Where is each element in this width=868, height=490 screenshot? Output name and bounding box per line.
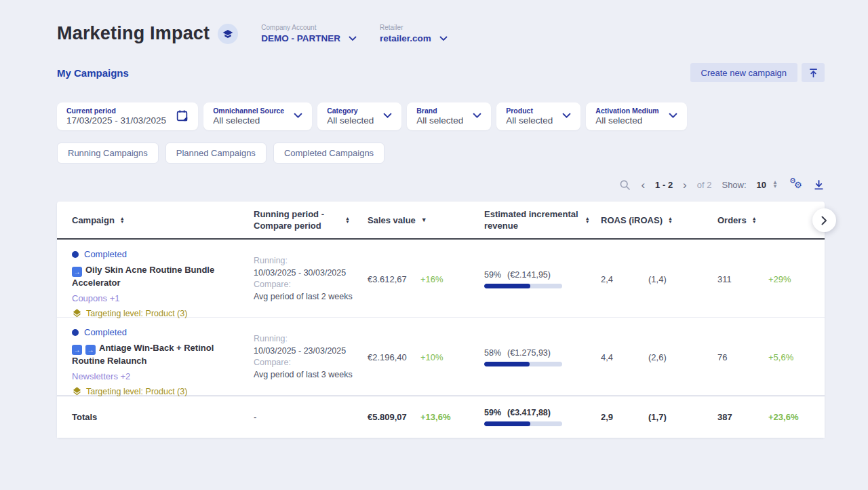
filter-label: Activation Medium: [595, 107, 658, 115]
totals-incremental-cell: 59% (€3.417,88): [484, 408, 601, 426]
page-size-stepper[interactable]: ▲ ▼: [772, 181, 778, 189]
sort-icon[interactable]: ▲▼: [585, 216, 590, 223]
page-size-value[interactable]: 10: [757, 180, 766, 190]
filter-category[interactable]: Category All selected: [317, 102, 401, 130]
orders-cell: 76 +5,6%: [717, 352, 825, 362]
activation-arrow-icon: →: [72, 345, 82, 355]
filter-value: All selected: [595, 115, 658, 126]
column-header-campaign[interactable]: Campaign ▲▼: [72, 215, 254, 225]
campaign-cell: Completed →→Antiage Win-Back + Retinol R…: [72, 318, 254, 396]
filter-label: Brand: [416, 107, 463, 115]
page: Marketing Impact Company Account DEMO - …: [0, 0, 868, 438]
sort-descending-icon[interactable]: ▼: [421, 216, 427, 223]
filter-label: Omnichannel Source: [213, 107, 284, 115]
targeting-level: Targeting level: Product (3): [72, 386, 254, 396]
filter-current-period[interactable]: Current period 17/03/2025 - 31/03/2025: [57, 102, 198, 130]
totals-iroas-value: (1,7): [648, 412, 667, 422]
create-new-campaign-button[interactable]: Create new campaign: [690, 63, 797, 82]
campaign-channels-link[interactable]: Coupons +1: [72, 293, 254, 303]
status-dot-icon: [72, 251, 79, 258]
graduation-cap-badge[interactable]: [218, 24, 238, 44]
section-row: My Campaigns Create new campaign: [57, 63, 825, 82]
incremental-progress-bar: [484, 421, 562, 426]
campaign-name[interactable]: →→Antiage Win-Back + Retinol Routine Rel…: [72, 342, 235, 366]
table-toolbar: ‹ 1 - 2 › of 2 Show: 10 ▲ ▼ ⚙ ⚙: [57, 174, 825, 195]
chevron-right-icon: [821, 216, 827, 225]
iroas-value: (1,4): [648, 274, 667, 284]
totals-label: Totals: [72, 412, 254, 422]
search-icon[interactable]: [619, 179, 631, 191]
next-page-icon[interactable]: ›: [683, 179, 687, 191]
campaign-channels-link[interactable]: Newsletters +2: [72, 371, 254, 381]
totals-sales-cell: €5.809,07 +13,6%: [368, 412, 484, 422]
sort-icon[interactable]: ▲▼: [120, 216, 125, 223]
filters-bar: Current period 17/03/2025 - 31/03/2025 O…: [57, 102, 825, 130]
incremental-progress-bar: [484, 362, 562, 366]
campaign-name[interactable]: →Oily Skin Acne Routine Bundle Accelerat…: [72, 264, 235, 288]
period-cell: Running: 10/03/2025 - 23/03/2025 Compare…: [254, 333, 368, 381]
company-account-selector[interactable]: Company Account DEMO - PARTNER: [261, 24, 357, 43]
filter-activation-medium[interactable]: Activation Medium All selected: [586, 102, 686, 130]
targeting-level: Targeting level: Product (3): [72, 308, 254, 318]
filter-brand[interactable]: Brand All selected: [407, 102, 491, 130]
scroll-right-button[interactable]: [812, 208, 836, 232]
chevron-down-icon: [383, 113, 392, 119]
sales-value-cell: €3.612,67 +16%: [368, 274, 484, 284]
incremental-revenue-cell: 59% (€2.141,95): [484, 270, 601, 288]
period-cell: Running: 10/03/2025 - 30/03/2025 Compare…: [254, 255, 368, 303]
column-header-incremental-revenue[interactable]: Estimated incremental revenue ▲▼: [484, 208, 601, 231]
page-range: 1 - 2: [655, 180, 673, 190]
chevron-down-icon: [349, 36, 357, 41]
column-header-sales-value[interactable]: Sales value ▼: [368, 215, 484, 225]
filter-omnichannel-source[interactable]: Omnichannel Source All selected: [203, 102, 312, 130]
totals-row: Totals - €5.809,07 +13,6% 59% (€3.417,88…: [57, 396, 825, 438]
chevron-down-icon: [473, 113, 481, 119]
step-down-icon[interactable]: ▼: [772, 185, 778, 189]
tab-completed-campaigns[interactable]: Completed Campaigns: [273, 143, 384, 164]
gear-icon: ⚙: [794, 180, 802, 190]
retailer-value: retailer.com: [380, 33, 431, 43]
sort-icon[interactable]: ▲▼: [345, 216, 350, 223]
page-total: of 2: [697, 180, 712, 190]
filter-value: 17/03/2025 - 31/03/2025: [66, 115, 166, 126]
incremental-progress-bar: [484, 284, 562, 288]
sales-change: +10%: [420, 352, 443, 362]
tab-planned-campaigns[interactable]: Planned Campaigns: [165, 143, 267, 164]
column-header-roas[interactable]: ROAS (iROAS) ▲▼: [601, 215, 717, 225]
activation-arrow-icon: →: [72, 267, 82, 277]
upload-button[interactable]: [802, 63, 825, 82]
orders-change: +29%: [768, 274, 791, 284]
chevron-down-icon: [439, 36, 448, 41]
company-account-label: Company Account: [261, 24, 357, 31]
column-header-running-period[interactable]: Running period - Compare period ▲▼: [254, 208, 368, 231]
orders-change: +5,6%: [768, 352, 793, 362]
totals-roas-cell: 2,9 (1,7): [601, 412, 717, 422]
orders-cell: 311 +29%: [717, 274, 825, 284]
layers-icon: [72, 308, 82, 318]
table-row[interactable]: Completed →Oily Skin Acne Routine Bundle…: [57, 240, 825, 318]
sort-icon[interactable]: ▲▼: [668, 216, 673, 223]
campaigns-table: Campaign ▲▼ Running period - Compare per…: [57, 202, 825, 438]
column-settings-button[interactable]: ⚙ ⚙: [789, 178, 803, 191]
roas-cell: 2,4 (1,4): [601, 274, 717, 284]
filter-value: All selected: [416, 115, 463, 126]
status-badge: Completed: [84, 327, 127, 337]
table-row[interactable]: Completed →→Antiage Win-Back + Retinol R…: [57, 318, 825, 396]
filter-label: Category: [327, 107, 374, 115]
filter-product[interactable]: Product All selected: [496, 102, 580, 130]
download-icon[interactable]: [813, 179, 825, 191]
tab-running-campaigns[interactable]: Running Campaigns: [57, 143, 159, 164]
section-title: My Campaigns: [57, 67, 129, 79]
totals-orders-change: +23,6%: [768, 412, 798, 422]
filter-label: Current period: [66, 107, 166, 115]
previous-page-icon[interactable]: ‹: [641, 179, 645, 191]
sort-icon[interactable]: ▲▼: [752, 216, 757, 223]
layers-icon: [72, 386, 82, 396]
column-header-orders[interactable]: Orders ▲▼: [717, 215, 825, 225]
totals-period: -: [254, 412, 368, 422]
totals-orders-cell: 387 +23,6%: [717, 412, 825, 422]
chevron-down-icon: [294, 113, 302, 119]
retailer-selector[interactable]: Retailer retailer.com: [380, 24, 448, 43]
chevron-down-icon: [562, 113, 571, 119]
calendar-icon: [176, 109, 189, 122]
